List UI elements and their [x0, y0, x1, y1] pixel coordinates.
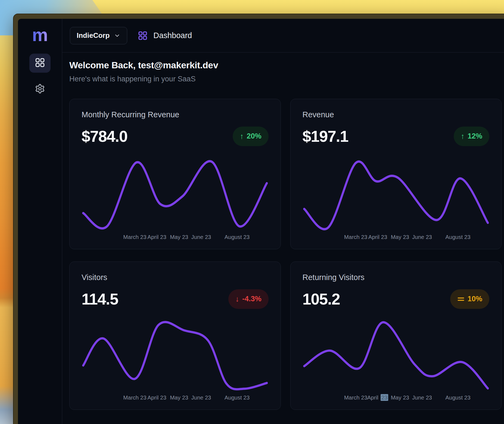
trend-badge: ↓ -4.3% — [228, 289, 269, 309]
x-axis-label: April 23 — [147, 234, 166, 240]
stats-grid: Monthly Recurring Revenue $784.0 ↑ 20% M… — [69, 99, 502, 410]
x-axis: March 23April 23May 23June 23August 23 — [303, 234, 490, 242]
card-title: Visitors — [82, 273, 269, 282]
welcome-heading: Welcome Back, test@makerkit.dev — [69, 60, 502, 71]
x-axis-label: August 23 — [445, 394, 470, 401]
x-axis-label: August 23 — [445, 234, 470, 240]
makerkit-logo: m — [32, 26, 48, 44]
x-axis-label: March 23 — [344, 234, 367, 240]
stat-card: Revenue $197.1 ↑ 12% March 23April 23May… — [290, 99, 502, 249]
card-title: Revenue — [303, 110, 490, 119]
card-value: $784.0 — [82, 127, 127, 145]
x-axis-label: August 23 — [225, 394, 250, 401]
trend-icon: ↑ — [240, 133, 244, 140]
x-axis-label: August 23 — [225, 234, 250, 240]
grid-icon — [35, 57, 45, 69]
x-axis-label: May 23 — [391, 394, 409, 401]
line-chart — [303, 319, 490, 393]
top-bar: IndieCorp Dashboard — [62, 19, 504, 53]
x-axis-label: June 23 — [191, 394, 211, 401]
trend-icon — [457, 297, 465, 302]
trend-badge: ↑ 12% — [454, 127, 489, 146]
card-title: Returning Visitors — [303, 273, 490, 282]
app-window: m — [13, 14, 504, 424]
grid-icon — [138, 30, 148, 41]
stat-card: Visitors 114.5 ↓ -4.3% March 23April 23M… — [69, 262, 281, 410]
x-axis-label: May 23 — [391, 234, 409, 240]
team-selector-label: IndieCorp — [77, 31, 110, 40]
card-title: Monthly Recurring Revenue — [82, 110, 269, 119]
gear-icon — [35, 84, 45, 95]
line-chart — [303, 156, 490, 233]
team-selector-button[interactable]: IndieCorp — [70, 27, 127, 44]
sidebar: m — [18, 19, 62, 424]
x-axis-label: May 23 — [170, 394, 188, 401]
app-window-content: m — [18, 19, 504, 424]
x-axis: March 23April 23May 23June 23August 23 — [82, 234, 269, 242]
main-content: Welcome Back, test@makerkit.dev Here's w… — [62, 53, 504, 424]
card-value: $197.1 — [303, 127, 348, 145]
card-value: 105.2 — [303, 290, 340, 308]
trend-value: 20% — [247, 132, 261, 140]
line-chart — [82, 156, 269, 233]
x-axis: March 23April23May 23June 23August 23 — [303, 394, 490, 403]
stat-card: Monthly Recurring Revenue $784.0 ↑ 20% M… — [69, 99, 281, 249]
trend-value: -4.3% — [242, 295, 262, 303]
wallpaper-corner-haze — [0, 386, 14, 424]
trend-value: 10% — [468, 295, 482, 303]
chevron-down-icon — [114, 32, 120, 39]
trend-badge: 10% — [450, 289, 489, 309]
trend-value: 12% — [468, 132, 482, 140]
card-value-row: 114.5 ↓ -4.3% — [82, 289, 269, 309]
x-axis-label: March 23 — [123, 394, 146, 401]
selected-axis-text: 23 — [381, 394, 388, 401]
page-title: Dashboard — [153, 31, 192, 40]
card-value: 114.5 — [82, 290, 118, 308]
sidebar-item-settings[interactable] — [29, 80, 51, 99]
x-axis-label: April 23 — [147, 394, 166, 401]
stat-card: Returning Visitors 105.2 10% March 23Apr… — [290, 262, 502, 410]
welcome-subheading: Here's what is happening in your SaaS — [69, 75, 502, 83]
x-axis: March 23April 23May 23June 23August 23 — [82, 394, 269, 403]
x-axis-label: June 23 — [412, 394, 432, 401]
x-axis-label: March 23 — [123, 234, 146, 240]
line-chart — [82, 319, 269, 393]
breadcrumb: Dashboard — [138, 30, 192, 41]
x-axis-label: June 23 — [191, 234, 211, 240]
trend-icon: ↓ — [235, 295, 239, 303]
card-value-row: 105.2 10% — [303, 289, 490, 309]
x-axis-label: April 23 — [368, 234, 387, 240]
x-axis-label: March 23 — [344, 394, 367, 401]
x-axis-label: May 23 — [170, 234, 188, 240]
sidebar-item-dashboard[interactable] — [29, 54, 51, 73]
card-value-row: $784.0 ↑ 20% — [82, 127, 269, 146]
trend-badge: ↑ 20% — [233, 127, 268, 146]
x-axis-label: April23 — [367, 394, 388, 401]
trend-icon: ↑ — [461, 133, 465, 140]
x-axis-label: June 23 — [412, 234, 432, 240]
card-value-row: $197.1 ↑ 12% — [303, 127, 490, 146]
